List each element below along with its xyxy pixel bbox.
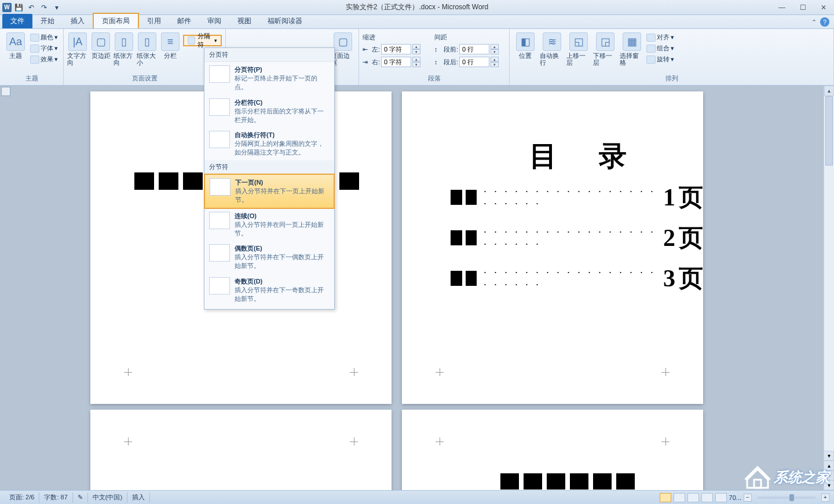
spacing-after-icon: ↕ — [434, 58, 442, 65]
watermark: 系统之家 — [745, 466, 829, 489]
breaks-button[interactable]: 分隔符▾ — [183, 35, 222, 46]
status-language[interactable]: 中文(中国) — [88, 492, 127, 503]
status-proofing[interactable]: ✎ — [73, 492, 88, 503]
proofing-icon: ✎ — [78, 494, 83, 501]
status-words[interactable]: 字数: 87 — [39, 492, 72, 503]
help-icon[interactable]: ? — [820, 17, 829, 27]
position-button[interactable]: ◧位置 — [513, 30, 537, 59]
size-button[interactable]: ▯纸张大小 — [137, 30, 158, 66]
file-tab[interactable]: 文件 — [2, 14, 32, 28]
undo-icon[interactable]: ↶ — [25, 2, 37, 13]
themes-label: 主题 — [9, 52, 22, 59]
zoom-level[interactable]: 70... — [729, 494, 741, 501]
size-icon: ▯ — [138, 32, 156, 51]
tab-selector-icon[interactable] — [1, 87, 10, 96]
zoom-in-button[interactable]: + — [821, 494, 829, 502]
bring-forward-button[interactable]: ◱上移一层 — [566, 30, 591, 66]
indent-left-icon: ⇤ — [363, 46, 371, 53]
group-icon — [646, 45, 656, 53]
collapse-ribbon-icon[interactable]: ⌃ — [811, 19, 817, 26]
indent-left-field[interactable] — [381, 44, 411, 54]
spacing-after-field[interactable] — [459, 57, 489, 67]
indent-right-input[interactable]: ⇥右:▴▾ — [363, 56, 432, 68]
group-button[interactable]: 组合 ▾ — [646, 43, 674, 53]
vertical-scrollbar[interactable]: ▴ ▾ ▴ ○ ▾ — [824, 86, 834, 490]
orientation-button[interactable]: ▯纸张方向 — [114, 30, 134, 66]
theme-effects-button[interactable]: 效果 ▾ — [30, 54, 58, 64]
menu-text-wrap-break[interactable]: 自动换行符(T)分隔网页上的对象周围的文字，如分隔题注文字与正文。 — [204, 127, 334, 160]
wrap-button[interactable]: ≋自动换行 — [540, 30, 564, 66]
tab-mailings[interactable]: 邮件 — [169, 14, 199, 28]
tab-view[interactable]: 视图 — [229, 14, 259, 28]
menu-next-page-break[interactable]: 下一页(N)插入分节符并在下一页上开始新节。 — [204, 174, 335, 209]
theme-colors-button[interactable]: 颜色 ▾ — [30, 32, 58, 42]
view-outline[interactable] — [701, 493, 713, 502]
statusbar: 页面: 2/6 字数: 87 ✎ 中文(中国) 插入 70... − + — [0, 490, 834, 504]
scroll-up-icon[interactable]: ▴ — [824, 86, 834, 96]
view-draft[interactable] — [715, 493, 727, 502]
indent-left-input[interactable]: ⇤左:▴▾ — [363, 43, 432, 55]
columns-button[interactable]: ≡分栏 — [160, 30, 181, 59]
close-button[interactable]: ✕ — [815, 2, 832, 13]
menu-continuous-break[interactable]: 连续(O)插入分节符并在同一页上开始新节。 — [204, 208, 334, 241]
tab-page-layout[interactable]: 页面布局 — [93, 13, 139, 28]
toc-line-2: · · · · · · · · · · · · · · · · · · · · … — [451, 222, 703, 254]
indent-right-field[interactable] — [381, 57, 411, 67]
selection-pane-button[interactable]: ▦选择窗格 — [620, 30, 644, 66]
ribbon-tabs: 文件 开始 插入 页面布局 引用 邮件 审阅 视图 福昕阅读器 ⌃ ? — [0, 15, 834, 29]
align-button[interactable]: 对齐 ▾ — [646, 32, 674, 42]
menu-odd-page-break[interactable]: 奇数页(D)插入分节符并在下一奇数页上开始新节。 — [204, 274, 334, 307]
spacing-after-input[interactable]: ↕段后:▴▾ — [434, 56, 504, 68]
minimize-button[interactable]: — — [774, 2, 790, 13]
redo-icon[interactable]: ↷ — [38, 2, 50, 13]
indent-right-icon: ⇥ — [363, 58, 371, 66]
group-arrange: ◧位置 ≋自动换行 ◱上移一层 ◲下移一层 ▦选择窗格 对齐 ▾ 组合 ▾ 旋转… — [510, 29, 834, 85]
scroll-down-icon[interactable]: ▾ — [824, 451, 834, 461]
margins-button[interactable]: ▢页边距 — [90, 30, 111, 59]
even-page-icon — [209, 244, 230, 262]
tab-references[interactable]: 引用 — [139, 14, 169, 28]
effects-icon — [30, 56, 39, 64]
scroll-thumb[interactable] — [825, 96, 833, 165]
zoom-out-button[interactable]: − — [744, 494, 752, 502]
spacing-before-input[interactable]: ↕段前:▴▾ — [434, 43, 504, 55]
tab-home[interactable]: 开始 — [32, 14, 63, 28]
odd-page-icon — [209, 277, 230, 295]
status-page[interactable]: 页面: 2/6 — [5, 492, 39, 503]
page-3[interactable] — [90, 410, 392, 490]
menu-page-break[interactable]: 分页符(P)标记一页终止并开始下一页的点。 — [204, 62, 334, 95]
text-direction-button[interactable]: |A文字方向 — [67, 30, 88, 66]
zoom-slider[interactable] — [758, 496, 815, 499]
page-2[interactable]: 目 录 · · · · · · · · · · · · · · · · · · … — [402, 91, 703, 404]
status-mode[interactable]: 插入 — [127, 492, 150, 503]
document-area[interactable]: 目 录 · · · · · · · · · · · · · · · · · · … — [0, 86, 834, 490]
word-app-icon[interactable]: W — [2, 3, 12, 12]
view-print-layout[interactable] — [660, 493, 671, 502]
page-4[interactable] — [402, 410, 703, 490]
menu-column-break[interactable]: 分栏符(C)指示分栏符后面的文字将从下一栏开始。 — [204, 95, 334, 128]
breaks-icon — [188, 36, 195, 45]
theme-fonts-button[interactable]: 字体 ▾ — [30, 43, 58, 53]
send-backward-button[interactable]: ◲下移一层 — [593, 30, 617, 66]
position-icon: ◧ — [516, 32, 535, 51]
tab-foxit[interactable]: 福昕阅读器 — [259, 14, 310, 28]
qat-more-icon[interactable]: ▾ — [51, 2, 63, 13]
maximize-button[interactable]: ☐ — [795, 2, 811, 13]
spacing-before-field[interactable] — [459, 44, 489, 54]
group-themes: Aa 主题 颜色 ▾ 字体 ▾ 效果 ▾ 主题 — [0, 29, 64, 85]
columns-icon: ≡ — [161, 32, 180, 51]
view-web-layout[interactable] — [687, 493, 699, 502]
toc-line-3: · · · · · · · · · · · · · · · · · · · · … — [451, 262, 703, 295]
themes-button[interactable]: Aa 主题 — [3, 30, 28, 59]
window-controls: — ☐ ✕ — [774, 2, 832, 13]
view-full-screen[interactable] — [674, 493, 685, 502]
breaks-dropdown: 分页符 分页符(P)标记一页终止并开始下一页的点。 分栏符(C)指示分栏符后面的… — [204, 47, 335, 310]
save-icon[interactable]: 💾 — [13, 2, 24, 13]
tab-insert[interactable]: 插入 — [63, 14, 93, 28]
arrange-group-label: 排列 — [513, 74, 830, 84]
rotate-button[interactable]: 旋转 ▾ — [646, 54, 674, 64]
menu-even-page-break[interactable]: 偶数页(E)插入分节符并在下一偶数页上开始新节。 — [204, 241, 334, 274]
zoom-thumb[interactable] — [789, 494, 794, 501]
page-break-icon — [209, 65, 230, 83]
tab-review[interactable]: 审阅 — [199, 14, 229, 28]
